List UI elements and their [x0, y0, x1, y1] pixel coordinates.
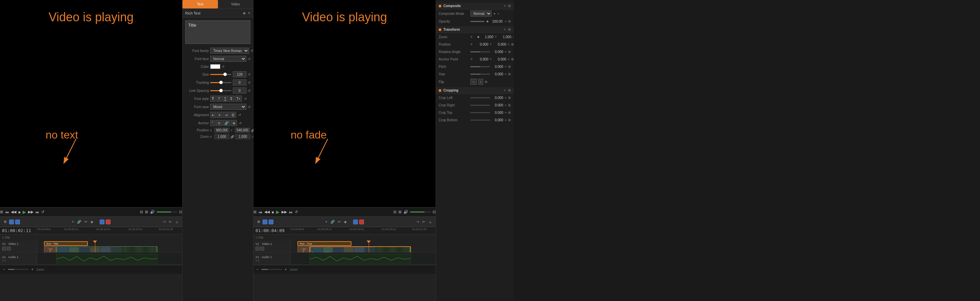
fs-caps[interactable]: T+	[234, 96, 242, 102]
crop-bottom-settings[interactable]: ⚙	[508, 118, 511, 122]
left-video-clip[interactable]: Costerjahr2016	[56, 246, 158, 252]
rich-text-close-icon[interactable]: ✕	[248, 11, 250, 15]
right-T-clip[interactable]: T	[298, 246, 310, 252]
line-spacing-refresh-icon[interactable]: ↺	[248, 89, 250, 92]
position-x-input[interactable]	[214, 128, 229, 133]
right-tl-blue[interactable]	[353, 220, 358, 224]
font-family-select[interactable]: Times New Roman	[210, 48, 249, 54]
tracking-slider[interactable]	[210, 82, 231, 83]
rot-slider[interactable]	[470, 51, 490, 53]
crop-left-plus[interactable]: +	[504, 96, 507, 100]
left-monitor-btn[interactable]: ⊞	[0, 210, 3, 214]
right-fullscreen-btn[interactable]: ⊡	[433, 210, 436, 214]
fs-underline[interactable]: T	[222, 96, 228, 102]
tracking-refresh-icon[interactable]: ↺	[248, 81, 250, 84]
left-play-btn[interactable]: ▶	[23, 209, 26, 215]
right-tl-settings[interactable]: ⚙	[256, 219, 261, 224]
crop-right-plus[interactable]: +	[504, 104, 507, 107]
flip-settings[interactable]: ⚙	[485, 80, 488, 84]
align-justify[interactable]: ☰	[230, 112, 236, 118]
left-title-clip[interactable]: Text - Title	[44, 241, 88, 246]
anchor-tl[interactable]: ⌜	[210, 120, 215, 126]
left-tl-io2[interactable]: ⊢	[168, 219, 173, 224]
font-case-refresh-icon[interactable]: ↺	[248, 105, 250, 109]
composite-mode-plus[interactable]: +	[498, 12, 500, 16]
size-slider[interactable]	[210, 74, 231, 75]
left-stop-btn[interactable]: ■	[18, 210, 21, 214]
anchor-c[interactable]: ⊙	[216, 120, 222, 126]
left-step-fwd-btn[interactable]: ⏭	[35, 210, 39, 214]
right-zoom-slider[interactable]	[262, 269, 282, 270]
font-face-refresh-icon[interactable]: ↺	[248, 57, 250, 61]
left-T-clip[interactable]: T	[44, 246, 56, 252]
left-tl-blue[interactable]	[100, 220, 104, 224]
left-zoom-in[interactable]: +	[30, 267, 35, 272]
font-face-select[interactable]: Normal	[210, 56, 247, 62]
cropping-settings-icon[interactable]: ⚙	[508, 89, 511, 92]
color-refresh-icon[interactable]: ↺	[222, 65, 224, 68]
right-zoom-out[interactable]: −	[256, 267, 259, 272]
right-v1-eye[interactable]	[256, 247, 259, 251]
left-blue-ind[interactable]	[9, 220, 14, 224]
left-ffwd-btn[interactable]: ▶▶	[28, 210, 33, 214]
align-right[interactable]: ⇥	[223, 112, 229, 118]
pitch-slider[interactable]	[470, 66, 490, 67]
left-tl-link[interactable]: 🔗	[76, 219, 82, 224]
font-case-select[interactable]: Mixed	[210, 104, 247, 110]
align-left[interactable]: ⇤	[210, 112, 216, 118]
right-tl-cam[interactable]: ◈	[343, 219, 348, 224]
right-blue-ind[interactable]	[262, 220, 267, 224]
right-tl-io2[interactable]: ⊢	[422, 219, 426, 224]
crop-right-settings[interactable]: ⚙	[508, 104, 511, 107]
yaw-slider[interactable]	[470, 74, 490, 75]
zoom-link-icon[interactable]: 🔗	[231, 135, 234, 139]
crop-left-settings[interactable]: ⚙	[508, 96, 511, 100]
line-spacing-slider[interactable]	[210, 90, 231, 91]
pitch-plus[interactable]: +	[504, 65, 507, 68]
crop-right-slider[interactable]	[470, 105, 490, 106]
flip-h-btn[interactable]: ↔	[470, 79, 477, 85]
left-zoom-out[interactable]: −	[2, 267, 6, 272]
opacity-link-icon[interactable]: ◆	[486, 19, 488, 23]
right-v1-lock[interactable]	[260, 247, 264, 251]
ap-settings[interactable]: ⚙	[511, 57, 514, 61]
opacity-settings[interactable]: ⚙	[508, 19, 511, 23]
font-style-refresh-icon[interactable]: ↺	[244, 97, 247, 101]
right-in-btn[interactable]: ⊞	[398, 210, 401, 214]
right-title-clip[interactable]: Text - True	[298, 241, 352, 246]
line-spacing-input[interactable]	[233, 88, 247, 94]
right-stop-btn[interactable]: ■	[272, 210, 274, 214]
color-swatch[interactable]	[210, 64, 220, 69]
right-monitor-btn[interactable]: ⊞	[253, 210, 256, 214]
crop-top-settings[interactable]: ⚙	[508, 111, 511, 115]
right-tl-red[interactable]	[359, 220, 364, 224]
composite-settings-icon[interactable]: ⚙	[508, 4, 511, 8]
right-loop-btn[interactable]: ↺	[295, 210, 298, 214]
left-zoom-slider[interactable]	[8, 269, 29, 270]
opacity-plus[interactable]: +	[504, 19, 507, 23]
anchor-refresh-icon[interactable]: ↺	[239, 121, 242, 125]
tz-plus[interactable]: +	[513, 35, 514, 39]
right-zoom-in[interactable]: +	[284, 267, 288, 272]
left-audio-btn[interactable]: 🔊	[150, 210, 155, 214]
right-out-btn[interactable]: ⊟	[393, 210, 396, 214]
left-tl-settings[interactable]: ⚙	[3, 219, 8, 224]
left-v1-eye[interactable]	[2, 247, 6, 251]
opacity-slider[interactable]	[470, 21, 484, 22]
composite-mode-arrow[interactable]: ▾	[494, 12, 495, 16]
align-center[interactable]: ≡	[217, 112, 222, 118]
left-tl-io[interactable]: ⊣	[162, 219, 167, 224]
right-step-back-btn[interactable]: ⏮	[259, 210, 262, 214]
transform-add-icon[interactable]: +	[504, 28, 506, 32]
fs-bold[interactable]: T	[210, 96, 216, 102]
pitch-settings[interactable]: ⚙	[508, 65, 511, 68]
cropping-add-icon[interactable]: +	[504, 89, 506, 92]
left-tl-cam[interactable]: ◈	[89, 219, 94, 224]
composite-mode-select[interactable]: Normal	[470, 11, 492, 17]
crop-top-plus[interactable]: +	[504, 111, 507, 115]
rot-settings[interactable]: ⚙	[508, 50, 511, 54]
anchor-copy[interactable]: ⊕	[231, 120, 237, 126]
left-loop-btn[interactable]: ↺	[41, 210, 44, 214]
size-input[interactable]	[233, 71, 247, 77]
left-tl-red[interactable]	[106, 220, 110, 224]
